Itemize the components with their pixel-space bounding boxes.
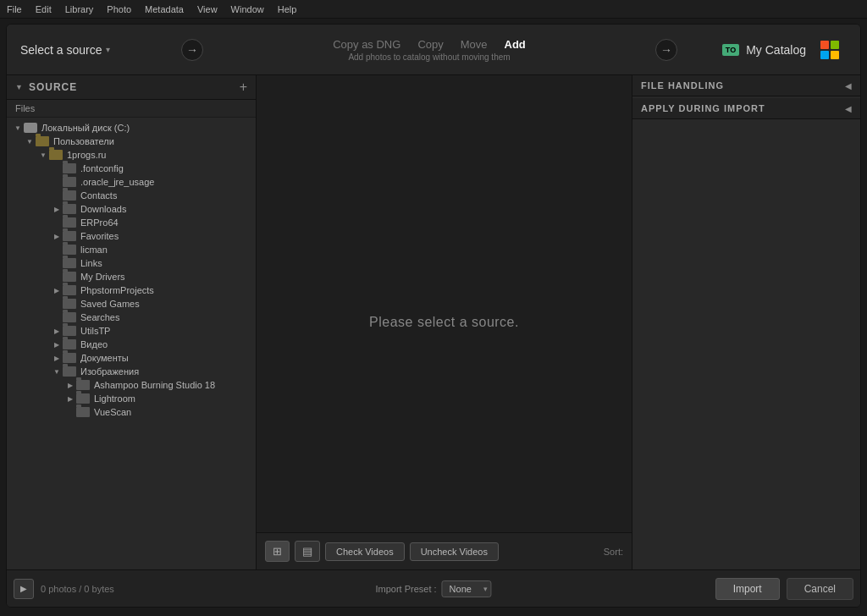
- list-view-button[interactable]: ▤: [295, 541, 320, 562]
- folder-icon: [63, 299, 76, 309]
- tree-item[interactable]: VueScan: [7, 405, 256, 419]
- folder-icon: [63, 366, 76, 377]
- tree-item-label: Downloads: [80, 204, 126, 214]
- mode-copy[interactable]: Copy: [417, 38, 443, 51]
- tree-item[interactable]: Saved Games: [7, 297, 256, 311]
- tree-item[interactable]: ▶UtilsTP: [7, 324, 256, 338]
- right-panel: File Handling ◀ Apply During Import ◀: [632, 75, 860, 569]
- source-collapse-arrow[interactable]: ▼: [15, 83, 24, 91]
- source-select[interactable]: Select a source ▾: [20, 43, 173, 57]
- import-preset-select[interactable]: None: [442, 580, 492, 597]
- windows-logo: [820, 41, 839, 59]
- folder-icon: [63, 245, 76, 255]
- menu-bar: File Edit Library Photo Metadata View Wi…: [0, 0, 867, 19]
- tree-item[interactable]: ▶PhpstormProjects: [7, 283, 256, 297]
- hdd-icon: [24, 123, 37, 133]
- source-dropdown-arrow: ▾: [106, 45, 110, 54]
- apply-during-import-header[interactable]: Apply During Import ◀: [632, 98, 860, 119]
- tree-item-label: Ashampoo Burning Studio 18: [94, 380, 215, 390]
- tree-item[interactable]: ▼Изображения: [7, 365, 256, 378]
- mode-move[interactable]: Move: [461, 38, 488, 51]
- tree-item-label: Изображения: [80, 366, 139, 377]
- tree-item-label: Contacts: [80, 190, 117, 201]
- win-logo-br: [831, 51, 839, 59]
- tree-item[interactable]: My Drivers: [7, 270, 256, 283]
- tree-item[interactable]: ▶Lightroom: [7, 392, 256, 405]
- tree-item[interactable]: .oracle_jre_usage: [7, 175, 256, 189]
- menu-photo[interactable]: Photo: [107, 4, 131, 14]
- import-dialog: Select a source ▾ → Copy as DNG Copy Mov…: [6, 24, 861, 608]
- windows-logo-icon: [813, 33, 847, 67]
- tree-chevron: ▶: [51, 233, 63, 240]
- folder-icon: [76, 380, 90, 390]
- file-handling-collapse-icon: ◀: [845, 81, 852, 91]
- tree-item[interactable]: licman: [7, 243, 256, 256]
- tree-item[interactable]: ▼Пользователи: [7, 135, 256, 148]
- menu-edit[interactable]: Edit: [36, 4, 52, 14]
- play-button[interactable]: ▶: [14, 579, 34, 599]
- folder-icon: [36, 136, 49, 146]
- menu-help[interactable]: Help: [278, 4, 297, 14]
- tree-chevron: ▶: [51, 327, 63, 335]
- tree-item-label: .oracle_jre_usage: [80, 177, 154, 187]
- tree-chevron: ▼: [51, 368, 63, 376]
- tree-item-label: Пользователи: [53, 136, 114, 146]
- tree-item[interactable]: ▶Favorites: [7, 229, 256, 243]
- tree-item[interactable]: ERPro64: [7, 216, 256, 229]
- cancel-button[interactable]: Cancel: [787, 578, 853, 600]
- files-label: Files: [7, 100, 256, 118]
- grid-view-button[interactable]: ⊞: [265, 541, 290, 562]
- tree-item[interactable]: Contacts: [7, 189, 256, 202]
- folder-icon: [63, 258, 76, 268]
- tree-item-label: Favorites: [80, 231, 119, 241]
- tree-item-label: Документы: [80, 353, 129, 363]
- import-button[interactable]: Import: [715, 578, 780, 600]
- dest-nav-arrow[interactable]: →: [655, 39, 677, 61]
- menu-file[interactable]: File: [7, 4, 22, 14]
- mode-add[interactable]: Add: [505, 38, 526, 51]
- file-handling-header[interactable]: File Handling ◀: [632, 75, 860, 96]
- folder-icon: [49, 150, 63, 160]
- tree-item[interactable]: .fontconfig: [7, 162, 256, 175]
- tree-item-label: Saved Games: [80, 299, 140, 309]
- tree-item[interactable]: ▼1progs.ru: [7, 148, 256, 162]
- file-handling-title: File Handling: [641, 80, 724, 91]
- dialog-body: ▼ Source + Files ▼Локальный диск (C:)▼По…: [7, 75, 860, 569]
- tree-item-label: .fontconfig: [80, 163, 124, 173]
- source-add-button[interactable]: +: [240, 80, 247, 94]
- source-select-label: Select a source: [20, 43, 102, 57]
- source-panel-title: ▼ Source: [15, 81, 77, 93]
- tree-item-label: Видео: [80, 339, 108, 349]
- menu-metadata[interactable]: Metadata: [145, 4, 184, 14]
- folder-icon: [63, 177, 76, 187]
- mode-copy-dng[interactable]: Copy as DNG: [333, 38, 400, 51]
- header-right: TO My Catalog: [677, 33, 847, 67]
- dialog-header: Select a source ▾ → Copy as DNG Copy Mov…: [7, 25, 860, 75]
- menu-library[interactable]: Library: [65, 4, 94, 14]
- tree-item[interactable]: ▶Документы: [7, 351, 256, 365]
- win-logo-tr: [831, 41, 839, 49]
- file-tree: ▼Локальный диск (C:)▼Пользователи▼1progs…: [7, 118, 256, 569]
- tree-item-label: UtilsTP: [80, 326, 110, 336]
- folder-icon: [76, 393, 90, 404]
- menu-window[interactable]: Window: [231, 4, 264, 14]
- tree-chevron: ▶: [64, 395, 76, 403]
- source-nav-arrow[interactable]: →: [181, 39, 203, 61]
- uncheck-videos-button[interactable]: Uncheck Videos: [410, 542, 499, 561]
- folder-icon: [63, 217, 76, 228]
- tree-item[interactable]: ▼Локальный диск (C:): [7, 121, 256, 135]
- tree-item[interactable]: Searches: [7, 311, 256, 324]
- menu-view[interactable]: View: [197, 4, 218, 14]
- tree-item[interactable]: Links: [7, 256, 256, 270]
- win-logo-bl: [820, 51, 829, 59]
- tree-item[interactable]: ▶Ashampoo Burning Studio 18: [7, 378, 256, 392]
- tree-item[interactable]: ▶Видео: [7, 338, 256, 351]
- tree-item-label: Searches: [80, 312, 119, 322]
- check-videos-button[interactable]: Check Videos: [325, 542, 405, 561]
- tree-item-label: licman: [80, 245, 108, 255]
- folder-icon: [63, 231, 76, 241]
- apply-during-import-collapse-icon: ◀: [845, 104, 852, 113]
- tree-item[interactable]: ▶Downloads: [7, 202, 256, 216]
- view-controls: ⊞ ▤ Check Videos Uncheck Videos Sort:: [257, 532, 632, 569]
- folder-icon: [63, 285, 76, 295]
